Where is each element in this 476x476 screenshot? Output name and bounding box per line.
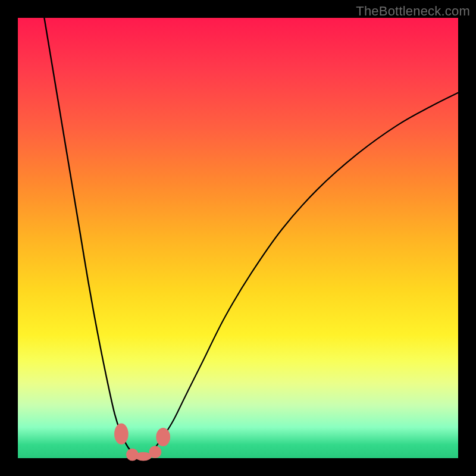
curve-left	[44, 18, 141, 458]
curve-marker	[135, 452, 152, 461]
curve-marker	[156, 428, 170, 446]
plot-area	[18, 18, 458, 458]
curve-marker	[149, 446, 162, 458]
marker-group	[114, 424, 170, 461]
curve-layer	[18, 18, 458, 458]
chart-frame: TheBottleneck.com	[0, 0, 476, 476]
curve-right	[141, 93, 458, 458]
curve-marker	[114, 424, 129, 445]
watermark-text: TheBottleneck.com	[356, 4, 470, 19]
